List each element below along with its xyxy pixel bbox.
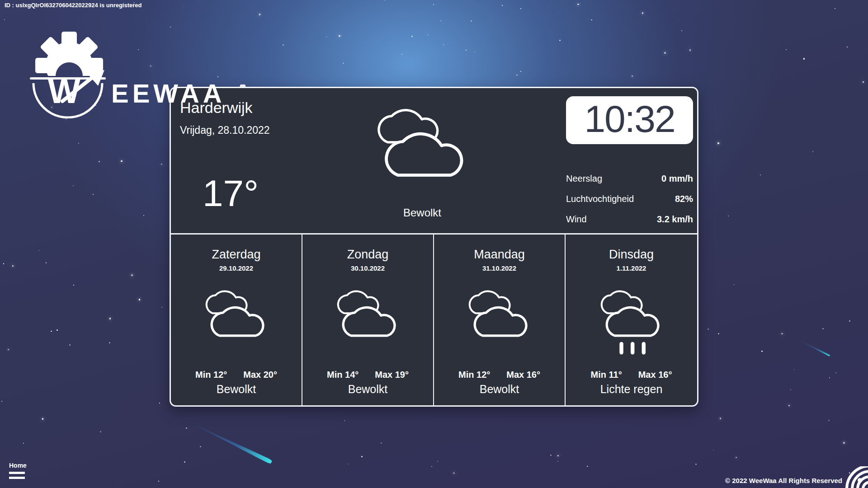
light-rain-icon <box>590 284 673 357</box>
forecast-date: 29.10.2022 <box>219 264 253 272</box>
weather-card: Harderwijk Vrijdag, 28.10.2022 17° Bewol… <box>170 87 698 407</box>
cloudy-icon <box>194 284 278 357</box>
current-date: Vrijdag, 28.10.2022 <box>180 124 270 136</box>
forecast-condition: Lichte regen <box>600 383 663 396</box>
forecast-date: 31.10.2022 <box>482 264 516 272</box>
license-banner: ID : uslxgQIrOl6327060422022924 is unreg… <box>5 2 142 9</box>
forecast-date: 30.10.2022 <box>351 264 385 272</box>
forecast-minmax: Min 12° Max 16° <box>458 369 540 380</box>
stat-value: 82% <box>675 194 693 204</box>
cloudy-icon <box>361 100 483 206</box>
stat-humidity: Luchtvochtigheid 82% <box>566 194 693 205</box>
forecast-day: Zaterdag <box>212 247 260 262</box>
forecast-card-saturday: Zaterdag 29.10.2022 Min 12° Max 20° Bewo… <box>171 235 302 405</box>
forecast-card-tuesday: Dinsdag 1.11.2022 Min 11° Max 16° Lichte… <box>566 235 697 405</box>
hamburger-menu-icon[interactable] <box>9 472 27 479</box>
forecast-row: Zaterdag 29.10.2022 Min 12° Max 20° Bewo… <box>171 233 697 405</box>
forecast-day: Dinsdag <box>609 247 654 262</box>
weather-stats: Neerslag 0 mm/h Luchtvochtigheid 82% Win… <box>566 174 693 235</box>
current-condition: Bewolkt <box>361 206 483 219</box>
forecast-condition: Bewolkt <box>217 383 256 396</box>
forecast-condition: Bewolkt <box>480 383 519 396</box>
forecast-min: Min 11° <box>591 369 622 380</box>
home-label: Home <box>9 462 27 469</box>
stat-wind: Wind 3.2 km/h <box>566 214 693 225</box>
cloudy-icon <box>326 284 410 357</box>
forecast-card-sunday: Zondag 30.10.2022 Min 14° Max 19° Bewolk… <box>302 235 434 405</box>
forecast-min: Min 12° <box>458 369 490 380</box>
forecast-min: Min 12° <box>195 369 227 380</box>
forecast-max: Max 19° <box>375 369 409 380</box>
current-temperature: 17° <box>203 175 259 212</box>
forecast-date: 1.11.2022 <box>617 264 646 272</box>
forecast-max: Max 16° <box>638 369 672 380</box>
home-menu-button[interactable]: Home <box>9 462 27 479</box>
forecast-condition: Bewolkt <box>348 383 388 396</box>
forecast-minmax: Min 12° Max 20° <box>195 369 277 380</box>
forecast-day: Zondag <box>347 247 389 262</box>
weewaa-gear-logo-icon: W <box>26 28 112 118</box>
stat-label: Luchtvochtigheid <box>566 194 634 204</box>
stat-precipitation: Neerslag 0 mm/h <box>566 174 693 184</box>
logo-wordmark: EEWAA <box>111 80 226 107</box>
forecast-minmax: Min 11° Max 16° <box>591 369 672 380</box>
stat-label: Wind <box>566 214 587 225</box>
forecast-day: Maandag <box>474 247 525 262</box>
copyright-text: © 2022 WeeWaa All Rights Reserved <box>725 477 842 484</box>
stat-label: Neerslag <box>566 174 602 184</box>
stat-value: 0 mm/h <box>661 174 693 184</box>
forecast-card-monday: Maandag 31.10.2022 Min 12° Max 16° Bewol… <box>434 235 566 405</box>
forecast-minmax: Min 14° Max 19° <box>327 369 409 380</box>
clock: 10:32 <box>566 96 693 144</box>
signal-arcs-icon <box>842 466 868 488</box>
current-weather-panel: Harderwijk Vrijdag, 28.10.2022 17° Bewol… <box>171 88 697 233</box>
cloudy-icon <box>458 284 541 357</box>
forecast-min: Min 14° <box>327 369 359 380</box>
forecast-max: Max 20° <box>243 369 277 380</box>
weather-dashboard: ID : uslxgQIrOl6327060422022924 is unreg… <box>0 0 868 488</box>
forecast-max: Max 16° <box>506 369 540 380</box>
gear-icon <box>26 28 112 76</box>
rain-drops <box>619 342 646 355</box>
stat-value: 3.2 km/h <box>657 214 693 225</box>
clock-time: 10:32 <box>584 100 675 138</box>
